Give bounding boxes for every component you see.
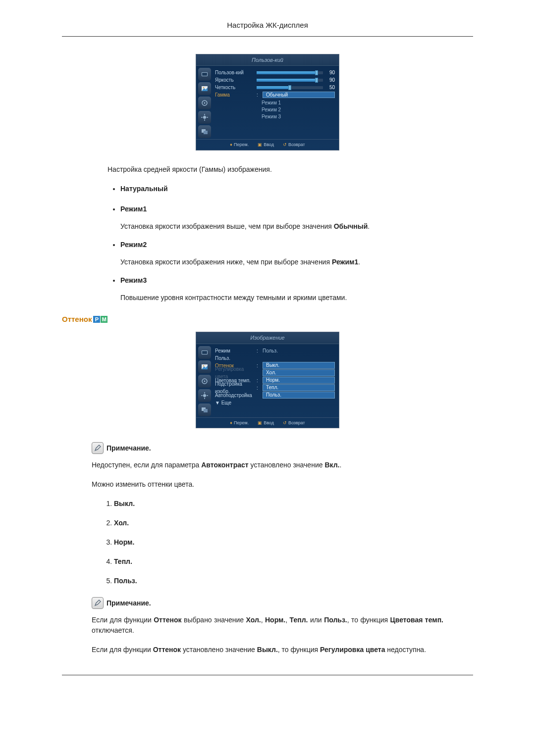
osd-custom-screenshot: Пользов-кий Пользов-кий 90 Яркость 90 Че… bbox=[196, 54, 339, 151]
note2-p1: Если для функции Оттенок выбрано значени… bbox=[92, 615, 443, 636]
note-icon bbox=[92, 597, 104, 609]
list-item: Выкл. bbox=[114, 499, 473, 509]
note2-p2: Если для функции Оттенок установлено зна… bbox=[92, 645, 443, 655]
bullet-mode3: Режим3 Повышение уровня контрастности ме… bbox=[120, 275, 473, 303]
input-icon bbox=[198, 346, 211, 359]
osd1-header: Пользов-кий bbox=[196, 54, 339, 66]
osd2-row-imageadj: Подстройка изобр. : Тепл. bbox=[215, 384, 335, 392]
svg-rect-1 bbox=[202, 73, 207, 76]
osd2-header: Изображение bbox=[196, 332, 339, 344]
osd1-sidebar-icons bbox=[196, 66, 213, 139]
list-item: Тепл. bbox=[114, 556, 473, 567]
osd2-row-coloradj: Регулировка цвета Хол. bbox=[215, 369, 335, 377]
svg-point-6 bbox=[203, 116, 206, 119]
picture-icon bbox=[198, 82, 211, 95]
list-item: Польз. bbox=[114, 576, 473, 586]
bullet-mode2: Режим2 Установка яркости изображения ниж… bbox=[120, 240, 473, 267]
osd1-row-brightness: Яркость 90 bbox=[215, 76, 335, 84]
sound-icon bbox=[198, 97, 211, 109]
svg-rect-12 bbox=[204, 131, 208, 134]
osd2-row-custom: Польз. bbox=[215, 354, 335, 362]
input-icon bbox=[198, 68, 211, 81]
svg-point-5 bbox=[204, 102, 206, 104]
tint-desc: Можно изменить оттенки цвета. bbox=[92, 479, 443, 490]
setup-icon bbox=[198, 389, 211, 402]
osd1-gamma-options: Режим 1 Режим 2 Режим 3 bbox=[259, 99, 335, 120]
p-badge-icon: P bbox=[93, 316, 100, 323]
pm-badges: P M bbox=[93, 316, 107, 323]
svg-rect-14 bbox=[202, 351, 207, 354]
note-icon bbox=[92, 442, 104, 454]
bullet-natural: Натуральный bbox=[120, 184, 473, 194]
multi-icon bbox=[198, 125, 211, 138]
bullet-mode1: Режим1 Установка яркости изображения выш… bbox=[120, 204, 473, 232]
list-item: Норм. bbox=[114, 537, 473, 548]
svg-rect-25 bbox=[204, 409, 208, 412]
svg-point-19 bbox=[203, 394, 206, 397]
footer-rule bbox=[62, 675, 473, 675]
osd2-row-more: ▼ Еще bbox=[215, 399, 335, 406]
setup-icon bbox=[198, 111, 211, 124]
note-1: Примечание. bbox=[92, 442, 473, 454]
svg-point-3 bbox=[203, 87, 205, 89]
osd2-sidebar-icons bbox=[196, 344, 213, 417]
osd2-row-mode: Режим : Польз. bbox=[215, 347, 335, 354]
osd1-row-gamma: Гамма : Обычный bbox=[215, 91, 335, 99]
svg-point-16 bbox=[203, 365, 205, 366]
note-2: Примечание. bbox=[92, 597, 473, 609]
multi-icon bbox=[198, 403, 211, 416]
m-badge-icon: M bbox=[101, 316, 107, 323]
note1-text: Недоступен, если для параметра Автоконтр… bbox=[92, 460, 443, 470]
page-title: Настройка ЖК-дисплея bbox=[62, 20, 473, 37]
osd1-row-sharpness: Четкость 50 bbox=[215, 84, 335, 91]
section-tint-heading: Оттенок P M bbox=[62, 314, 473, 325]
osd1-row-custom: Пользов-кий 90 bbox=[215, 69, 335, 76]
picture-icon bbox=[198, 360, 211, 373]
gamma-intro-text: Настройка средней яркости (Гаммы) изобра… bbox=[107, 164, 473, 175]
osd2-footer: ♦Перем. ▣Ввод ↺Возврат bbox=[196, 417, 339, 428]
osd-image-screenshot: Изображение Режим : Польз. Польз. Оттено… bbox=[196, 332, 339, 428]
svg-point-18 bbox=[204, 380, 206, 382]
tint-options-list: Выкл. Хол. Норм. Тепл. Польз. bbox=[104, 499, 473, 586]
osd1-footer: ♦Перем. ▣Ввод ↺Возврат bbox=[196, 139, 339, 150]
sound-icon bbox=[198, 375, 211, 388]
osd2-row-autoadj: Автоподстройка Польз. bbox=[215, 392, 335, 399]
list-item: Хол. bbox=[114, 518, 473, 528]
